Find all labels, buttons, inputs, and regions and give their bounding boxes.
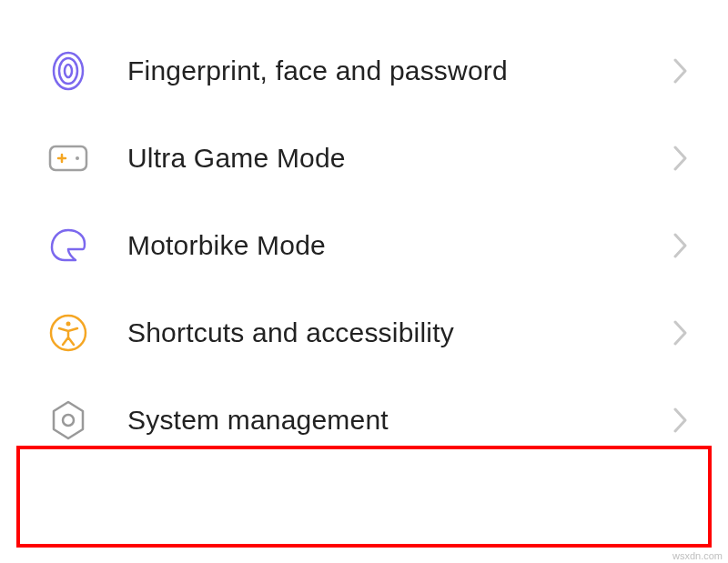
fingerprint-icon <box>46 48 91 94</box>
svg-rect-3 <box>50 146 86 170</box>
accessibility-icon <box>46 310 91 356</box>
svg-point-6 <box>66 322 71 327</box>
item-label: Fingerprint, face and password <box>91 55 670 86</box>
list-item-fingerprint[interactable]: Fingerprint, face and password <box>0 27 728 115</box>
item-label: System management <box>91 405 670 436</box>
hex-gear-icon <box>46 397 91 443</box>
list-item-system-management[interactable]: System management <box>0 377 728 464</box>
helmet-icon <box>46 223 91 268</box>
svg-point-2 <box>65 65 72 77</box>
watermark: wsxdn.com <box>672 550 723 561</box>
chevron-right-icon <box>670 322 692 344</box>
list-item-shortcuts-accessibility[interactable]: Shortcuts and accessibility <box>0 289 728 377</box>
chevron-right-icon <box>670 409 692 431</box>
svg-point-1 <box>59 58 77 84</box>
gamepad-icon <box>46 136 91 181</box>
chevron-right-icon <box>670 235 692 256</box>
svg-point-7 <box>63 415 74 426</box>
settings-list: Fingerprint, face and password Ultra Gam… <box>0 0 728 464</box>
list-item-motorbike-mode[interactable]: Motorbike Mode <box>0 202 728 289</box>
item-label: Ultra Game Mode <box>91 143 670 174</box>
item-label: Shortcuts and accessibility <box>91 317 670 348</box>
chevron-right-icon <box>670 60 692 82</box>
list-item-ultra-game-mode[interactable]: Ultra Game Mode <box>0 115 728 202</box>
chevron-right-icon <box>670 147 692 169</box>
svg-point-4 <box>76 156 79 160</box>
item-label: Motorbike Mode <box>91 230 670 261</box>
